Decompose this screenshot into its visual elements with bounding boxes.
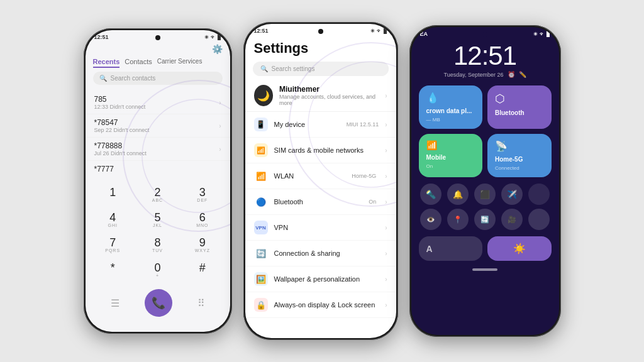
- status-icons: ✳ᯤ▊: [204, 35, 221, 40]
- airplane-button[interactable]: ✈️: [501, 184, 523, 205]
- settings-search-bar[interactable]: 🔍 Search settings: [253, 62, 389, 76]
- cc-tile-label: Home-5G: [495, 156, 544, 163]
- dial-key-5[interactable]: 5JKL: [136, 209, 179, 231]
- chevron-icon: ›: [385, 173, 387, 180]
- profile-info: Miuithemer Manage accounts, cloud servic…: [279, 85, 379, 106]
- alarm-icon[interactable]: ⏰: [508, 71, 515, 78]
- settings-item-wallpaper[interactable]: 🖼️ Wallpaper & personalization ›: [245, 266, 396, 292]
- dialer-header: ⚙️ Recents Contacts Carrier Services 🔍 S…: [86, 41, 230, 89]
- chevron-icon: ›: [385, 302, 387, 309]
- video-button[interactable]: 🎥: [501, 209, 523, 230]
- tab-contacts[interactable]: Contacts: [125, 58, 152, 68]
- sim-icon: 📶: [254, 143, 268, 157]
- settings-item-label: WLAN: [274, 172, 346, 180]
- settings-item-lock[interactable]: 🔒 Always-on display & Lock screen ›: [245, 292, 396, 318]
- settings-profile[interactable]: 🌙 Miuithemer Manage accounts, cloud serv…: [245, 80, 396, 112]
- dial-key-3[interactable]: 3DEF: [181, 184, 223, 206]
- tab-recents[interactable]: Recents: [93, 58, 120, 68]
- home-indicator: [472, 268, 497, 271]
- cc-bottom-row: A ☀️: [411, 234, 559, 263]
- bluetooth-icon: 🔵: [254, 195, 268, 209]
- dial-key-8[interactable]: 8TUV: [136, 234, 179, 256]
- dial-key-1[interactable]: 1: [92, 184, 134, 206]
- cc-tile-data[interactable]: 💧 crown data pl... — MB: [419, 85, 483, 129]
- bell-button[interactable]: 🔔: [447, 184, 469, 205]
- profile-name: Miuithemer: [279, 85, 379, 94]
- settings-icon[interactable]: ⚙️: [212, 44, 223, 54]
- keypad-icon[interactable]: ⠿: [197, 297, 205, 309]
- settings-item-label: Connection & sharing: [274, 250, 379, 257]
- dial-key-hash[interactable]: #: [181, 259, 223, 282]
- phone-dialer: 12:51 ✳ᯤ▊ ⚙️ Recents Contacts Carrier Se…: [84, 28, 232, 334]
- settings-item-value: Home-5G: [352, 173, 376, 179]
- search-contacts-bar[interactable]: 🔍 Search contacts: [93, 72, 223, 85]
- tab-carrier[interactable]: Carrier Services: [157, 58, 203, 68]
- cc-bottom-left-tile[interactable]: A: [419, 236, 483, 261]
- chevron-icon: ›: [385, 92, 387, 99]
- dialer-footer: ☰ 📞 ⠿: [86, 285, 230, 321]
- settings-item-device[interactable]: 📱 My device MIUI 12.5.11 ›: [245, 112, 396, 138]
- screen-mirror-button[interactable]: ⬛: [474, 184, 496, 205]
- bluetooth-icon: ⬡: [495, 92, 544, 106]
- call-info: *78547 Sep 22 Didn't connect: [94, 118, 219, 133]
- settings-item-label: My device: [274, 121, 340, 128]
- rotate-button[interactable]: 🔄: [474, 209, 496, 230]
- status-left: EA: [420, 31, 428, 37]
- data-icon: 💧: [426, 92, 475, 104]
- flashlight-button[interactable]: 🔦: [420, 184, 441, 205]
- dial-key-star[interactable]: *: [92, 259, 134, 282]
- profile-desc: Manage accounts, cloud services, and mor…: [279, 94, 379, 106]
- dial-key-9[interactable]: 9WXYZ: [181, 234, 223, 256]
- dial-key-2[interactable]: 2ABC: [136, 184, 179, 206]
- call-item[interactable]: *778888 Jul 26 Didn't connect ›: [86, 138, 230, 161]
- extra-button[interactable]: [528, 209, 550, 230]
- settings-item-vpn[interactable]: VPN VPN ›: [245, 215, 396, 241]
- settings-item-wlan[interactable]: 📶 WLAN Home-5G ›: [245, 163, 396, 189]
- edit-icon[interactable]: ✏️: [519, 71, 526, 78]
- settings-item-value: On: [369, 199, 376, 205]
- settings-item-label: SIM cards & mobile networks: [274, 146, 379, 154]
- vpn-icon: VPN: [254, 221, 268, 234]
- phone-control-center: EA ✳ᯤ▊ 12:51 Tuesday, September 26 ⏰ ✏️ …: [409, 25, 561, 337]
- dial-key-4[interactable]: 4GHI: [92, 209, 134, 231]
- cc-tile-label: crown data pl...: [426, 107, 475, 114]
- location-button[interactable]: 📍: [447, 209, 469, 230]
- settings-item-label: VPN: [274, 224, 379, 231]
- search-icon: 🔍: [260, 65, 268, 72]
- eye-button[interactable]: 👁️: [420, 209, 441, 230]
- cc-bottom-right-tile[interactable]: ☀️: [487, 236, 552, 261]
- dialpad: 1 2ABC 3DEF 4GHI 5JKL 6MNO 7PQRS 8TUV 9W…: [86, 180, 230, 285]
- phone-settings: 12:51 ✳ᯤ▊ Settings 🔍 Search settings 🌙 M…: [243, 22, 398, 340]
- settings-item-label: Wallpaper & personalization: [274, 275, 379, 283]
- chevron-icon: ›: [219, 99, 221, 106]
- search-settings-placeholder: Search settings: [272, 65, 315, 72]
- settings-item-sim[interactable]: 📶 SIM cards & mobile networks ›: [245, 138, 396, 163]
- cc-tile-mobile[interactable]: 📶 Mobile On: [419, 134, 483, 177]
- settings-item-bluetooth[interactable]: 🔵 Bluetooth On ›: [245, 189, 396, 215]
- settings-item-connection[interactable]: 🔄 Connection & sharing ›: [245, 241, 396, 266]
- call-number: *778888: [94, 141, 219, 150]
- call-number: *7777: [94, 165, 221, 173]
- call-button[interactable]: 📞: [145, 289, 172, 317]
- cc-tile-bluetooth[interactable]: ⬡ Bluetooth: [487, 85, 552, 129]
- menu-icon[interactable]: ☰: [111, 297, 119, 309]
- call-meta: Jul 26 Didn't connect: [94, 150, 219, 156]
- dial-key-0[interactable]: 0+: [136, 259, 179, 282]
- cc-tile-wifi[interactable]: 📡 Home-5G Connected: [487, 134, 552, 177]
- font-icon: A: [426, 244, 433, 254]
- chevron-icon: ›: [385, 147, 387, 154]
- dial-key-7[interactable]: 7PQRS: [92, 234, 134, 256]
- cc-tile-label: Mobile: [426, 154, 475, 161]
- wallpaper-icon: 🖼️: [254, 272, 268, 286]
- call-item[interactable]: *78547 Sep 22 Didn't connect ›: [86, 114, 230, 138]
- chevron-icon: ›: [385, 276, 387, 283]
- call-item[interactable]: 785 12:33 Didn't connect ›: [86, 91, 230, 114]
- more-button[interactable]: [528, 184, 550, 205]
- status-time: 12:51: [94, 34, 109, 40]
- dial-key-6[interactable]: 6MNO: [181, 209, 223, 231]
- recent-calls-list: 785 12:33 Didn't connect › *78547 Sep 22…: [86, 89, 230, 180]
- status-icons: ✳ᯤ▊: [533, 31, 550, 37]
- connection-icon: 🔄: [254, 246, 268, 260]
- settings-item-label: Bluetooth: [274, 198, 363, 206]
- call-info: *778888 Jul 26 Didn't connect: [94, 141, 219, 156]
